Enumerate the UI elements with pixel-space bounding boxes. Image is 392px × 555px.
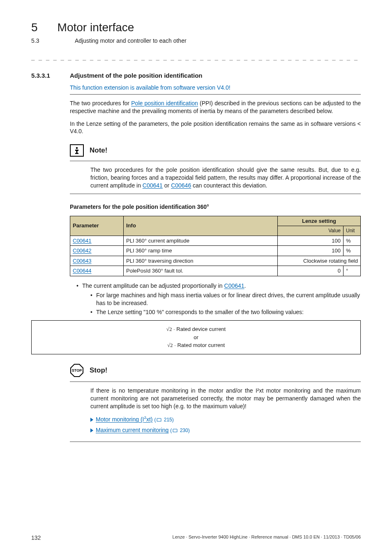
max-current-monitoring-link[interactable]: Maximum current monitoring	[96, 427, 168, 433]
stop-body-text: If there is no temperature monitoring in…	[90, 387, 361, 410]
formula-text: · Rated motor current	[173, 342, 225, 348]
link-text-pre: Motor monitoring (I	[96, 416, 144, 423]
th-info: Info	[124, 216, 278, 236]
param-link[interactable]: C00643	[73, 258, 92, 264]
footer-text: Lenze · Servo-Inverter 9400 HighLine · R…	[173, 534, 361, 542]
intro-paragraph-2: In the Lenze setting of the parameters, …	[70, 120, 361, 136]
param-link[interactable]: C00642	[73, 247, 92, 254]
param-info: PLI 360° ramp time	[124, 246, 278, 256]
arrow-icon	[90, 418, 93, 422]
th-unit: Unit	[344, 226, 361, 236]
param-unit: °	[344, 266, 361, 276]
table-row: C00642 PLI 360° ramp time 100 %	[70, 246, 361, 256]
note-icon	[70, 144, 84, 157]
subchapter-title: Adjusting motor and controller to each o…	[75, 37, 187, 45]
c00641-link-2[interactable]: C00641	[224, 282, 244, 289]
note-body-mid: or	[163, 182, 171, 189]
arrow-icon	[90, 428, 93, 432]
motor-monitoring-link[interactable]: Motor monitoring (I2xt)	[96, 416, 153, 423]
link-text-post: xt)	[146, 416, 153, 423]
note-body-post: can counteract this deviation.	[191, 182, 267, 189]
c00641-link[interactable]: C00641	[143, 182, 163, 189]
stop-callout: STOP Stop! If there is no temperature mo…	[70, 363, 361, 442]
list-item: For large machines and high mass inertia…	[90, 291, 361, 307]
param-value: 0	[278, 266, 344, 276]
sqrt-symbol: √2	[167, 342, 173, 348]
bullet-post: .	[244, 282, 246, 289]
subchapter-number: 5.3	[31, 37, 55, 45]
page-number: 230	[180, 428, 188, 433]
formula-line-2: √2 · Rated motor current	[32, 342, 360, 349]
param-link[interactable]: C00644	[73, 268, 92, 274]
sqrt-symbol: √2	[166, 326, 172, 332]
params-table: Parameter Info Lenze setting Value Unit …	[70, 216, 361, 276]
param-unit: %	[344, 236, 361, 246]
param-value: 100	[278, 246, 344, 256]
page-number: 215	[164, 417, 172, 423]
formula-or: or	[32, 334, 360, 341]
note-callout: Note! The two procedures for the pole po…	[70, 144, 361, 194]
section-number: 5.3.3.1	[31, 72, 58, 80]
param-link[interactable]: C00641	[73, 238, 92, 244]
param-unit: %	[344, 246, 361, 256]
separator: _ _ _ _ _ _ _ _ _ _ _ _ _ _ _ _ _ _ _ _ …	[31, 53, 361, 61]
svg-rect-3	[75, 153, 78, 154]
book-icon	[173, 428, 178, 435]
intro-paragraph-1: The two procedures for Pole position ide…	[70, 99, 361, 115]
book-icon	[157, 417, 161, 424]
svg-point-0	[76, 147, 78, 149]
max-current-link-row: Maximum current monitoring ( 230)	[90, 426, 361, 435]
chapter-number: 5	[31, 20, 38, 35]
table-row: C00643 PLI 360° traversing direction Clo…	[70, 256, 361, 266]
formula-line-1: √2 · Rated device current	[32, 326, 360, 333]
th-lenze: Lenze setting	[278, 216, 361, 226]
th-parameter: Parameter	[70, 216, 124, 236]
list-item: The Lenze setting "100 %" corresponds to…	[90, 308, 361, 316]
note-title: Note!	[90, 146, 107, 155]
param-value: 100	[278, 236, 344, 246]
page-ref: ( 215)	[154, 417, 173, 423]
params-heading: Parameters for the pole position identif…	[70, 203, 361, 211]
list-item: The current amplitude can be adjusted pr…	[76, 282, 361, 317]
table-row: C00644 PolePosId 360° fault tol. 0 °	[70, 266, 361, 276]
stop-icon: STOP	[70, 363, 84, 377]
footer: 132 Lenze · Servo-Inverter 9400 HighLine…	[31, 534, 361, 542]
stop-title: Stop!	[90, 366, 107, 375]
note-body: The two procedures for the pole position…	[70, 161, 361, 194]
version-note: This function extension is available fro…	[70, 84, 361, 95]
param-info: PLI 360° traversing direction	[124, 256, 278, 266]
formula-text: · Rated device current	[172, 326, 226, 332]
bullet-pre: The current amplitude can be adjusted pr…	[82, 282, 224, 289]
th-value: Value	[278, 226, 344, 236]
motor-monitoring-link-row: Motor monitoring (I2xt) ( 215)	[90, 415, 361, 424]
table-row: C00641 PLI 360° current amplitude 100 %	[70, 236, 361, 246]
c00646-link[interactable]: C00646	[171, 182, 191, 189]
bullet-list: The current amplitude can be adjusted pr…	[70, 282, 361, 317]
param-info: PolePosId 360° fault tol.	[124, 266, 278, 276]
chapter-title: Motor interface	[58, 20, 134, 35]
page-number: 132	[31, 534, 41, 542]
pole-position-link[interactable]: Pole position identification	[131, 100, 198, 106]
svg-text:STOP: STOP	[72, 368, 82, 372]
param-info: PLI 360° current amplitude	[124, 236, 278, 246]
intro-pre: The two procedures for	[70, 100, 131, 106]
formula-box: √2 · Rated device current or √2 · Rated …	[31, 320, 361, 354]
stop-body: If there is no temperature monitoring in…	[70, 382, 361, 442]
param-value: Clockwise rotating field	[278, 256, 361, 266]
section-title: Adjustment of the pole position identifi…	[70, 72, 203, 80]
page-ref: ( 230)	[170, 428, 189, 433]
